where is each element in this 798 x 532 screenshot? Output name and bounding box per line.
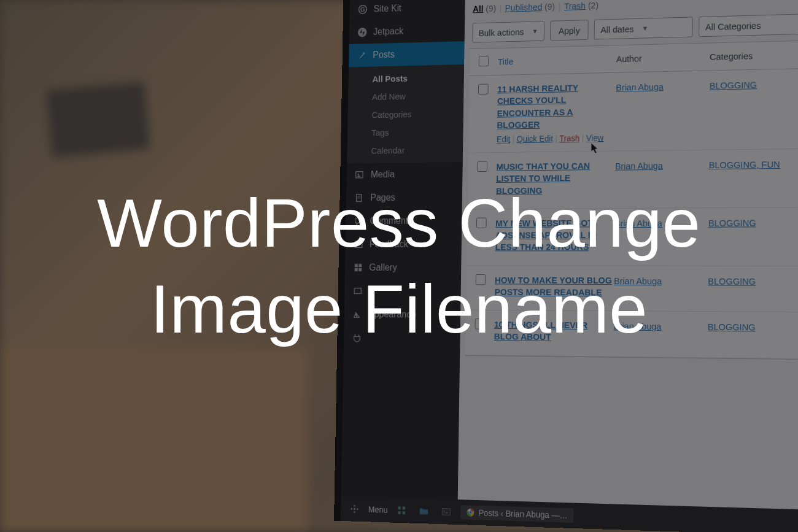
svg-point-20 [354, 511, 355, 513]
tab-title: Posts ‹ Brian Abuga —… [478, 508, 567, 520]
count: (9) [544, 1, 555, 12]
submenu-all-posts[interactable]: All Posts [348, 68, 464, 88]
svg-point-19 [354, 505, 355, 507]
dates-filter-select[interactable]: All dates ▼ [594, 17, 693, 39]
column-categories[interactable]: Categories [710, 49, 798, 61]
categories-filter-select[interactable]: All Categories [699, 14, 798, 37]
sitekit-icon: G [357, 4, 368, 15]
jetpack-icon [357, 26, 368, 38]
terminal-icon[interactable] [438, 503, 455, 521]
sidebar-label: Jetpack [373, 26, 403, 37]
filter-trash[interactable]: Trash [564, 1, 586, 11]
select-all-checkbox[interactable] [479, 56, 489, 67]
svg-point-18 [357, 508, 358, 510]
sidebar-label: Site Kit [373, 3, 401, 14]
svg-rect-24 [402, 511, 405, 514]
svg-point-16 [354, 508, 355, 511]
separator: | [559, 1, 561, 11]
bulk-actions-select[interactable]: Bulk actions ▼ [472, 21, 544, 43]
count: (9) [486, 3, 496, 13]
overlay-headline: WordPress Change Image Filename [61, 94, 737, 438]
svg-rect-23 [398, 511, 400, 514]
column-title[interactable]: Title [498, 54, 616, 67]
post-author-link[interactable]: Brian Abuga [616, 82, 664, 93]
svg-rect-22 [403, 507, 405, 510]
svg-rect-21 [398, 506, 400, 509]
menu-label[interactable]: Menu [368, 504, 388, 514]
count: (2) [588, 0, 598, 10]
chrome-icon [466, 507, 475, 517]
taskbar-browser-tab[interactable]: Posts ‹ Brian Abuga —… [460, 505, 573, 523]
post-category-link[interactable]: BLOGGING [710, 79, 757, 90]
column-author[interactable]: Author [616, 52, 710, 64]
menu-icon[interactable] [346, 500, 363, 519]
filter-all[interactable]: All [473, 4, 484, 14]
chevron-down-icon: ▼ [532, 28, 538, 35]
apply-button[interactable]: Apply [550, 20, 589, 40]
files-icon[interactable] [416, 502, 433, 520]
svg-rect-25 [442, 509, 450, 515]
filter-published[interactable]: Published [505, 2, 543, 13]
chevron-down-icon: ▼ [642, 25, 648, 32]
sidebar-item-posts[interactable]: Posts [349, 41, 465, 67]
svg-point-17 [351, 508, 352, 510]
select-label: Bulk actions [478, 26, 524, 37]
row-checkbox[interactable] [478, 84, 489, 94]
sidebar-label: Posts [373, 49, 395, 60]
apps-icon[interactable] [393, 501, 410, 520]
svg-text:G: G [360, 6, 365, 13]
select-label: All dates [600, 23, 633, 34]
pin-icon [357, 50, 368, 61]
svg-point-2 [358, 28, 367, 37]
separator: | [499, 3, 502, 13]
sidebar-item-jetpack[interactable]: Jetpack [349, 18, 465, 44]
svg-point-28 [469, 511, 472, 514]
select-label: All Categories [705, 20, 761, 32]
